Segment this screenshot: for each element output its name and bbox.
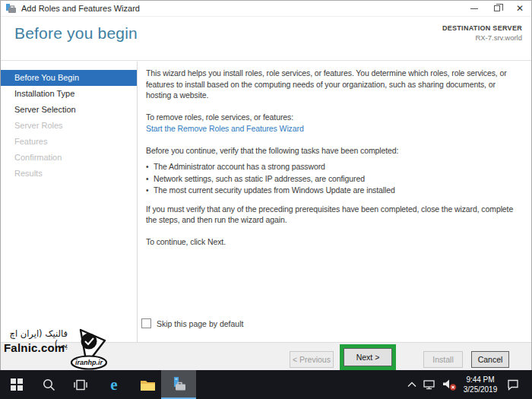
note-paragraph: If you must verify that any of the prece…	[146, 204, 519, 226]
search-icon	[43, 378, 55, 391]
continue-hint: To continue, click Next.	[146, 236, 519, 248]
action-center-button[interactable]	[502, 370, 524, 399]
intro-paragraph: This wizard helps you install roles, rol…	[146, 68, 519, 101]
volume-tray-button[interactable]	[439, 370, 461, 399]
task-view-icon	[74, 379, 87, 391]
action-center-icon	[507, 379, 519, 391]
logo-text: iranhp.ir	[75, 359, 103, 366]
destination-server-value: RX-7.srv.world	[442, 33, 522, 42]
nav-item-server-roles: Server Roles	[1, 118, 137, 134]
destination-server-label: DESTINATION SERVER	[442, 24, 522, 32]
falnic-logo: iranhp.ir	[69, 326, 109, 370]
falnic-watermark: فالنیک (ایران اچ پی) Falnic.com iranhp.i…	[2, 326, 110, 370]
file-explorer-icon	[141, 379, 155, 391]
windows-logo-icon	[11, 378, 23, 391]
watermark-site-text: Falnic.com	[4, 341, 69, 354]
window-title: Add Roles and Features Wizard	[21, 4, 140, 13]
start-button[interactable]	[3, 370, 30, 399]
clock-time: 9:44 PM	[461, 375, 500, 385]
taskbar: e	[0, 370, 532, 399]
titlebar: Add Roles and Features Wizard ✕	[1, 1, 531, 17]
remove-heading: To remove roles, role services, or featu…	[146, 112, 519, 123]
close-button[interactable]: ✕	[508, 1, 531, 16]
destination-server-block: DESTINATION SERVER RX-7.srv.world	[442, 24, 522, 42]
nav-item-before-you-begin[interactable]: Before You Begin	[1, 70, 137, 86]
install-button: Install	[423, 351, 463, 368]
nav-item-server-selection[interactable]: Server Selection	[1, 102, 137, 118]
internet-explorer-icon: e	[110, 377, 117, 393]
wizard-content: This wizard helps you install roles, rol…	[138, 62, 531, 342]
task-view-button[interactable]	[67, 370, 94, 399]
next-button[interactable]: Next >	[344, 348, 392, 366]
remove-roles-link[interactable]: Start the Remove Roles and Features Wiza…	[146, 123, 519, 135]
minimize-icon	[470, 8, 478, 9]
wizard-window: Add Roles and Features Wizard ✕ Before y…	[0, 0, 532, 370]
nav-item-results: Results	[1, 166, 137, 182]
network-icon	[423, 379, 435, 390]
tray-overflow-button[interactable]	[403, 370, 421, 399]
wizard-body: Before You Begin Installation Type Serve…	[1, 62, 531, 342]
prerequisite-item: The Administrator account has a strong p…	[146, 161, 519, 173]
taskbar-clock[interactable]: 9:44 PM 3/25/2019	[461, 370, 500, 399]
window-controls: ✕	[463, 1, 531, 16]
prerequisite-item: The most current security updates from W…	[146, 185, 519, 197]
nav-item-confirmation: Confirmation	[1, 150, 137, 166]
restore-icon	[494, 5, 500, 11]
screen: Add Roles and Features Wizard ✕ Before y…	[0, 0, 532, 399]
skip-page-checkbox[interactable]	[141, 318, 151, 328]
server-manager-icon	[171, 377, 187, 391]
wizard-step-nav: Before You Begin Installation Type Serve…	[1, 62, 138, 342]
restore-button[interactable]	[486, 1, 508, 16]
page-title: Before you begin	[14, 24, 138, 43]
prerequisite-list: The Administrator account has a strong p…	[146, 161, 519, 197]
volume-muted-icon	[443, 379, 457, 391]
verify-heading: Before you continue, verify that the fol…	[146, 145, 519, 157]
clock-date: 3/25/2019	[461, 385, 500, 394]
server-manager-taskbar-button[interactable]	[161, 370, 196, 399]
minimize-button[interactable]	[463, 1, 486, 16]
chevron-up-icon	[407, 381, 416, 388]
previous-button: < Previous	[290, 351, 334, 368]
close-icon: ✕	[516, 4, 524, 13]
skip-page-row: Skip this page by default	[141, 318, 243, 328]
nav-item-features: Features	[1, 134, 137, 150]
skip-page-label: Skip this page by default	[157, 319, 243, 328]
server-manager-icon	[5, 3, 17, 14]
search-button[interactable]	[35, 370, 62, 399]
network-tray-button[interactable]	[420, 370, 439, 399]
nav-item-installation-type[interactable]: Installation Type	[1, 86, 137, 102]
internet-explorer-button[interactable]: e	[100, 370, 128, 399]
prerequisite-item: Network settings, such as static IP addr…	[146, 173, 519, 185]
wizard-header: Before you begin DESTINATION SERVER RX-7…	[1, 17, 531, 61]
cancel-button[interactable]: Cancel	[471, 351, 509, 368]
next-button-highlight-annotation: Next >	[340, 344, 396, 370]
file-explorer-button[interactable]	[134, 370, 161, 399]
